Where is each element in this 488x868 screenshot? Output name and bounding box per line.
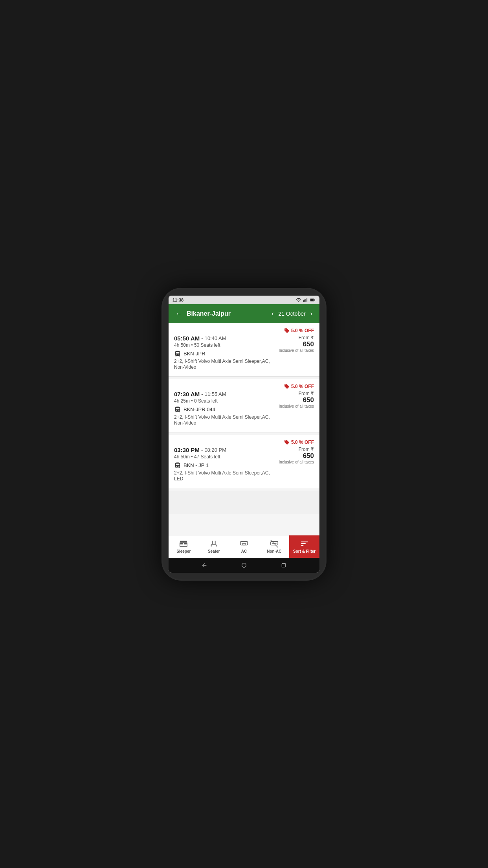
- empty-space: [169, 491, 319, 514]
- nav-label-non-ac: Non-AC: [267, 549, 281, 554]
- price-amount: 650: [271, 396, 314, 404]
- price-from: From ₹: [271, 391, 314, 396]
- bus-card[interactable]: 5.0 % OFF 03:30 PM - 08:20 PM 4h 50m •: [169, 435, 319, 488]
- status-bar: 11:38: [169, 296, 319, 304]
- bus-name-row: BKN-JPR 044: [174, 406, 271, 413]
- meta-info: 4h 50m • 47 Seats left: [174, 454, 271, 460]
- header-right: ‹ 21 October ›: [270, 309, 314, 318]
- bus-type: 2+2, I-Shift Volvo Multi Axle Semi Sleep…: [174, 470, 271, 482]
- price-tax: Inclusive of all taxes: [271, 460, 314, 464]
- sort-filter-icon: [300, 539, 309, 548]
- bus-card[interactable]: 5.0 % OFF 07:30 AM - 11:55 AM 4h 25m •: [169, 379, 319, 432]
- wifi-icon: [296, 297, 301, 303]
- price-tax: Inclusive of all taxes: [271, 404, 314, 408]
- discount-text: 5.0 % OFF: [291, 440, 314, 445]
- svg-rect-8: [180, 543, 183, 544]
- bus-name-row: BKN - JP 1: [174, 462, 271, 469]
- arrive-time: 11:55 AM: [205, 391, 226, 397]
- nav-item-sort-filter[interactable]: Sort & Filter: [289, 535, 319, 558]
- back-button[interactable]: ←: [174, 309, 183, 318]
- depart-time: 07:30 AM: [174, 391, 200, 397]
- bus-card[interactable]: 5.0 % OFF 05:50 AM - 10:40 AM 4h 50m •: [169, 323, 319, 377]
- non-ac-icon: [270, 539, 279, 548]
- svg-rect-5: [310, 299, 314, 301]
- app-header: ← Bikaner-Jaipur ‹ 21 October ›: [169, 304, 319, 323]
- price-amount: 650: [271, 452, 314, 460]
- bus-icon: [174, 350, 181, 357]
- android-back-button[interactable]: [200, 561, 208, 569]
- bus-icon: [174, 406, 181, 413]
- svg-rect-1: [305, 299, 305, 302]
- bus-name: BKN-JPR 044: [183, 406, 215, 412]
- svg-rect-6: [180, 541, 187, 542]
- seater-icon: [209, 539, 218, 548]
- nav-label-sort-filter: Sort & Filter: [293, 549, 316, 554]
- sleeper-icon: [179, 539, 188, 548]
- bus-icon: [174, 462, 181, 469]
- bus-name: BKN - JP 1: [183, 462, 209, 468]
- svg-rect-19: [282, 563, 286, 567]
- bus-name: BKN-JPR: [183, 351, 205, 357]
- discount-text: 5.0 % OFF: [291, 384, 314, 389]
- svg-line-17: [271, 540, 278, 547]
- android-home-button[interactable]: [240, 561, 248, 569]
- status-icons: [296, 297, 316, 303]
- meta-info: 4h 25m • 0 Seats left: [174, 398, 271, 404]
- nav-label-seater: Seater: [208, 549, 220, 554]
- discount-badge: 5.0 % OFF: [284, 328, 314, 333]
- header-left: ← Bikaner-Jaipur: [174, 309, 231, 318]
- bus-list: 5.0 % OFF 05:50 AM - 10:40 AM 4h 50m •: [169, 323, 319, 535]
- price-amount: 650: [271, 340, 314, 348]
- svg-rect-2: [305, 299, 306, 302]
- next-date-button[interactable]: ›: [309, 309, 314, 318]
- tag-icon: [284, 440, 290, 445]
- nav-item-sleeper[interactable]: Sleeper: [169, 535, 199, 558]
- price-from: From ₹: [271, 447, 314, 452]
- svg-rect-0: [303, 300, 304, 302]
- depart-time: 05:50 AM: [174, 335, 200, 342]
- android-recents-button[interactable]: [280, 561, 288, 569]
- signal-icon: [303, 297, 308, 303]
- phone-screen: 11:38 ← Bikaner-Jaipur ‹ 21 October ›: [169, 296, 319, 573]
- nav-label-sleeper: Sleeper: [176, 549, 191, 554]
- bus-type: 2+2, I-Shift Volvo Multi Axle Semi Sleep…: [174, 359, 271, 371]
- discount-badge: 5.0 % OFF: [284, 440, 314, 445]
- header-date: 21 October: [278, 311, 305, 317]
- price-from: From ₹: [271, 335, 314, 340]
- svg-rect-3: [306, 298, 307, 302]
- ac-icon: [240, 539, 248, 548]
- nav-item-ac[interactable]: AC: [229, 535, 259, 558]
- phone-shell: 11:38 ← Bikaner-Jaipur ‹ 21 October ›: [161, 288, 327, 581]
- arrive-time: 08:20 PM: [204, 447, 226, 453]
- nav-label-ac: AC: [241, 549, 247, 554]
- svg-rect-9: [184, 543, 187, 544]
- nav-item-non-ac[interactable]: Non-AC: [259, 535, 289, 558]
- svg-point-18: [242, 563, 246, 567]
- meta-info: 4h 50m • 50 Seats left: [174, 342, 271, 348]
- discount-text: 5.0 % OFF: [291, 328, 314, 333]
- depart-time: 03:30 PM: [174, 447, 200, 453]
- status-time: 11:38: [172, 298, 183, 302]
- arrive-time: 10:40 AM: [205, 335, 226, 341]
- bus-name-row: BKN-JPR: [174, 350, 271, 357]
- bottom-nav: Sleeper Seater AC: [169, 535, 319, 558]
- prev-date-button[interactable]: ‹: [270, 309, 275, 318]
- android-nav: [169, 558, 319, 573]
- bus-type: 2+2, I-Shift Volvo Multi Axle Semi Sleep…: [174, 414, 271, 427]
- price-tax: Inclusive of all taxes: [271, 348, 314, 353]
- tag-icon: [284, 384, 290, 389]
- discount-badge: 5.0 % OFF: [284, 384, 314, 389]
- tag-icon: [284, 328, 290, 333]
- battery-icon: [310, 297, 316, 303]
- nav-item-seater[interactable]: Seater: [199, 535, 229, 558]
- header-title: Bikaner-Jaipur: [187, 310, 231, 317]
